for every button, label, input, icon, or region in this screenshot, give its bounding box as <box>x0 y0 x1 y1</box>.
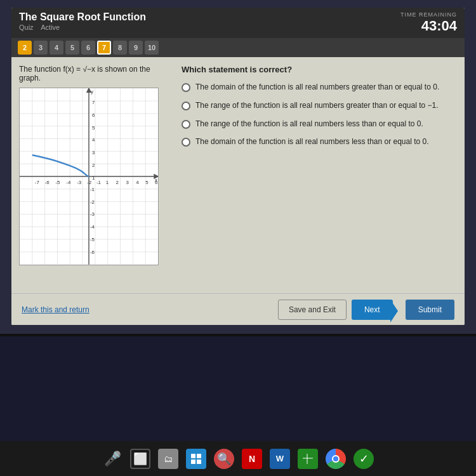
svg-text:1: 1 <box>92 175 95 181</box>
main-content: The function f(x) = √−x is shown on the … <box>11 57 465 319</box>
option-text-b: The range of the function is all real nu… <box>195 100 439 111</box>
option-text-d: The domain of the function is all real n… <box>195 136 429 147</box>
bottom-bar: Mark this and return Save and Exit Next … <box>11 293 465 325</box>
tab-btn-10[interactable]: 10 <box>145 41 159 55</box>
spreadsheet-icon[interactable] <box>298 449 318 469</box>
tab-btn-3[interactable]: 3 <box>34 41 48 55</box>
graph-svg: -7 -6 -5 -4 -3 -2 -1 1 2 3 4 5 6 <box>20 88 158 265</box>
taskbar: 🎤 ⬜ 🗂 🔍 N W ✓ <box>0 441 476 476</box>
svg-text:-5: -5 <box>90 237 95 242</box>
graph-container: -7 -6 -5 -4 -3 -2 -1 1 2 3 4 5 6 <box>19 88 159 265</box>
time-section: TIME REMAINING 43:04 <box>400 11 457 34</box>
svg-text:6: 6 <box>92 112 95 118</box>
svg-text:x: x <box>155 177 157 183</box>
active-label: Active <box>41 23 60 31</box>
time-remaining-label: TIME REMAINING <box>400 11 457 18</box>
quiz-container: The Square Root Function Quiz Active TIM… <box>11 8 465 325</box>
checkmark-icon[interactable]: ✓ <box>354 449 374 469</box>
netflix-icon[interactable]: N <box>242 449 262 469</box>
answer-option-d[interactable]: The domain of the function is all real n… <box>182 136 457 147</box>
svg-rect-59 <box>303 454 313 464</box>
svg-text:-6: -6 <box>90 249 95 255</box>
action-buttons: Save and Exit Next Submit <box>278 300 454 320</box>
svg-text:-7: -7 <box>35 180 39 185</box>
svg-text:2: 2 <box>116 180 119 185</box>
tab-btn-7[interactable]: 7 <box>97 41 111 55</box>
svg-text:-2: -2 <box>90 199 95 205</box>
window-icon[interactable]: ⬜ <box>130 449 150 469</box>
svg-text:-1: -1 <box>96 180 102 185</box>
quiz-title: The Square Root Function <box>19 11 146 23</box>
tab-btn-5[interactable]: 5 <box>65 41 79 55</box>
quiz-subtitle: Quiz Active <box>19 23 146 31</box>
quiz-label: Quiz <box>19 23 34 31</box>
svg-text:-3: -3 <box>90 211 95 217</box>
tab-btn-6[interactable]: 6 <box>81 41 95 55</box>
tab-btn-8[interactable]: 8 <box>113 41 127 55</box>
answer-option-c[interactable]: The range of the function is all real nu… <box>182 119 457 129</box>
chrome-icon[interactable] <box>326 449 346 469</box>
tab-btn-4[interactable]: 4 <box>50 41 63 55</box>
svg-text:-4: -4 <box>66 180 71 185</box>
svg-text:5: 5 <box>92 125 95 131</box>
svg-text:-4: -4 <box>90 224 95 230</box>
right-panel: Which statement is correct? The domain o… <box>182 65 457 311</box>
left-panel: The function f(x) = √−x is shown on the … <box>19 65 171 311</box>
radio-d[interactable] <box>182 138 190 147</box>
files-icon[interactable]: 🗂 <box>158 449 178 469</box>
svg-text:-3: -3 <box>77 180 82 185</box>
svg-text:-1: -1 <box>90 187 95 192</box>
option-text-a: The domain of the function is all real n… <box>195 82 439 93</box>
tab-btn-2[interactable]: 2 <box>18 41 32 55</box>
svg-text:4: 4 <box>136 180 139 185</box>
svg-text:3: 3 <box>126 180 129 185</box>
svg-text:-2: -2 <box>87 180 91 185</box>
submit-button[interactable]: Submit <box>406 300 454 320</box>
svg-rect-56 <box>197 454 201 458</box>
question-text: Which statement is correct? <box>182 65 457 74</box>
radio-b[interactable] <box>182 102 190 110</box>
search-icon[interactable]: 🔍 <box>214 449 234 469</box>
svg-text:-5: -5 <box>55 180 60 185</box>
mark-return-button[interactable]: Mark this and return <box>22 305 89 314</box>
nav-tabs: 2 3 4 5 6 7 8 9 10 <box>11 38 465 57</box>
svg-text:-6: -6 <box>45 180 50 185</box>
apps-icon[interactable] <box>186 449 206 469</box>
answer-option-b[interactable]: The range of the function is all real nu… <box>182 100 457 111</box>
next-button[interactable]: Next <box>352 300 393 320</box>
word-icon[interactable]: W <box>270 449 290 469</box>
svg-text:4: 4 <box>92 138 95 143</box>
svg-rect-58 <box>197 459 201 464</box>
svg-text:3: 3 <box>92 150 95 155</box>
title-section: The Square Root Function Quiz Active <box>19 11 146 31</box>
top-bar: The Square Root Function Quiz Active TIM… <box>11 8 465 38</box>
option-text-c: The range of the function is all real nu… <box>195 119 423 129</box>
svg-text:y: y <box>91 89 93 95</box>
answer-option-a[interactable]: The domain of the function is all real n… <box>182 82 457 93</box>
microphone-icon[interactable]: 🎤 <box>102 449 122 469</box>
function-label: The function f(x) = √−x is shown on the … <box>19 65 171 83</box>
time-remaining-value: 43:04 <box>400 18 457 34</box>
save-exit-button[interactable]: Save and Exit <box>278 300 347 320</box>
svg-rect-57 <box>191 459 195 464</box>
svg-rect-55 <box>191 454 195 458</box>
svg-text:5: 5 <box>145 180 149 185</box>
svg-text:1: 1 <box>106 180 109 185</box>
radio-a[interactable] <box>182 83 190 92</box>
radio-c[interactable] <box>182 120 190 129</box>
svg-text:7: 7 <box>92 100 95 105</box>
tab-btn-9[interactable]: 9 <box>129 41 143 55</box>
svg-text:2: 2 <box>92 162 95 168</box>
